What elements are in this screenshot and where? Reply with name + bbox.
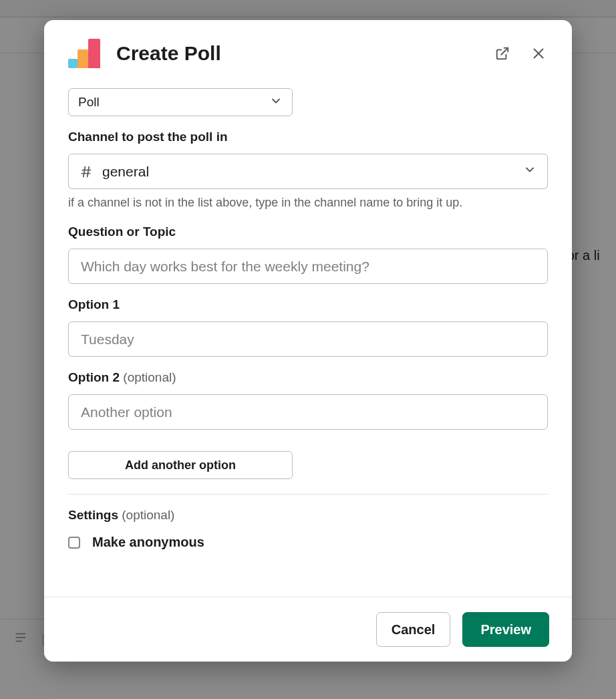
svg-line-7 bbox=[84, 166, 86, 176]
divider bbox=[68, 494, 548, 495]
question-label: Question or Topic bbox=[68, 225, 548, 239]
option1-label: Option 1 bbox=[68, 297, 548, 312]
close-icon[interactable] bbox=[529, 44, 548, 63]
cancel-button[interactable]: Cancel bbox=[376, 612, 451, 647]
poll-type-select[interactable]: Poll bbox=[68, 88, 293, 116]
channel-label: Channel to post the poll in bbox=[68, 130, 548, 144]
anonymous-row[interactable]: Make anonymous bbox=[68, 532, 548, 550]
svg-line-8 bbox=[88, 166, 90, 176]
modal-footer: Cancel Preview bbox=[44, 597, 572, 662]
preview-button[interactable]: Preview bbox=[462, 612, 549, 647]
add-option-button[interactable]: Add another option bbox=[68, 451, 293, 479]
channel-selected-value: general bbox=[102, 164, 149, 180]
open-external-icon[interactable] bbox=[493, 44, 512, 63]
settings-label: Settings (optional) bbox=[68, 508, 548, 523]
modal-header: Create Poll bbox=[44, 20, 572, 74]
chevron-down-icon bbox=[269, 94, 283, 111]
poll-app-icon bbox=[68, 39, 102, 68]
anonymous-label: Make anonymous bbox=[92, 535, 204, 550]
channel-helper-text: if a channel is not in the list above, t… bbox=[68, 194, 548, 211]
modal-title: Create Poll bbox=[116, 42, 478, 65]
channel-select[interactable]: general bbox=[68, 154, 548, 189]
modal-body: Poll Channel to post the poll in general… bbox=[44, 74, 572, 597]
option2-input[interactable] bbox=[68, 394, 548, 430]
anonymous-checkbox[interactable] bbox=[68, 537, 80, 549]
create-poll-modal: Create Poll Poll Channel to post the pol… bbox=[44, 20, 572, 662]
chevron-down-icon bbox=[523, 163, 536, 180]
option1-input[interactable] bbox=[68, 321, 548, 357]
option2-label: Option 2 (optional) bbox=[68, 370, 548, 385]
hash-icon bbox=[80, 165, 93, 178]
question-input[interactable] bbox=[68, 249, 548, 284]
poll-type-value: Poll bbox=[78, 95, 100, 110]
